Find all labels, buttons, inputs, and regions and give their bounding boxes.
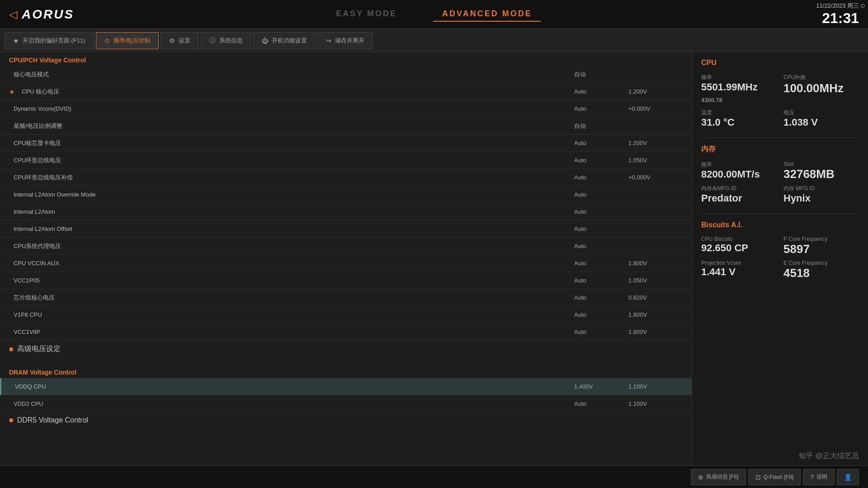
vdd2-cpu-row[interactable]: VDD2 CPU Auto 1.100V xyxy=(0,395,692,413)
table-row[interactable]: Internal L2Atom Override Mode Auto xyxy=(0,186,692,203)
frequency-btn[interactable]: ⊙ 频率/电压控制 xyxy=(96,32,159,49)
setting-name: CPU环形总线电压 xyxy=(9,156,574,164)
sysinfo-btn[interactable]: ⓘ 系统信息 xyxy=(201,32,251,49)
setting-val1: Auto xyxy=(574,260,628,267)
watermark: 知乎 @正大综艺员 xyxy=(799,451,859,461)
cpu-ext-freq-label: CPU外频 xyxy=(783,74,859,81)
projection-vcore-value: 1.441 V xyxy=(701,266,777,278)
ddr5-voltage-item[interactable]: ■ DDR5 Voltage Control xyxy=(0,413,692,428)
settings-panel[interactable]: CPU/PCH Voltage Control 核心电压模式 自动 ★ CPU … xyxy=(0,52,692,465)
setting-name: VCC1P05 xyxy=(9,277,574,284)
logo-area: ◁ AORUS xyxy=(9,7,74,22)
collapse-marker-ddr5: ■ xyxy=(9,416,14,424)
mode-tabs: EASY MODE ADVANCED MODE xyxy=(327,7,541,22)
divider-1 xyxy=(701,137,859,138)
e-core-freq-value: 4518 xyxy=(783,266,859,280)
save-icon: ↪ xyxy=(326,37,331,44)
setting-name: CPU 核心电压 xyxy=(17,88,574,96)
mem-mfg2-value: Hynix xyxy=(783,192,859,204)
table-row[interactable]: V1P8 CPU Auto 1.800V xyxy=(0,306,692,324)
setting-name: VDDQ CPU xyxy=(10,383,574,390)
table-row[interactable]: ★ CPU 核心电压 Auto 1.200V xyxy=(0,83,692,100)
setting-name: VCC1V8P xyxy=(9,328,574,335)
table-row[interactable]: CPU VCCIN AUX Auto 1.800V xyxy=(0,255,692,272)
setting-val1: Auto xyxy=(574,105,628,112)
settings-btn[interactable]: ⚙ 设置 xyxy=(160,32,199,49)
info-panel: CPU 频率 5501.99MHz 4300.78 CPU外频 100.00MH… xyxy=(692,52,868,465)
setting-val1: Auto xyxy=(574,157,628,164)
setting-name: 基频/电压比例调整 xyxy=(9,122,574,130)
vddq-cpu-row[interactable]: VDDQ CPU 1.400V 1.100V xyxy=(0,378,692,395)
mem-info-section: 内存 频率 8200.00MT/s Size 32768MB 内存条MFG ID… xyxy=(701,145,859,205)
star-icon: ★ xyxy=(13,37,19,44)
advanced-voltage-label: 高级电压设定 xyxy=(17,344,61,354)
navbar: ★ 开启我的偏好页面 (F11) ⊙ 频率/电压控制 ⚙ 设置 ⓘ 系统信息 ⏻… xyxy=(0,29,868,52)
advanced-mode-tab[interactable]: ADVANCED MODE xyxy=(433,7,541,22)
setting-val2: 1.200V xyxy=(628,140,683,146)
setting-val1: Auto xyxy=(574,208,628,215)
biscuits-section: Biscuits A.I. CPU Biscuits 92.650 CP P C… xyxy=(701,221,859,280)
setting-val1: 自动 xyxy=(574,122,628,130)
flash-icon: ⊡ xyxy=(755,474,761,481)
setting-val2: +0.000V xyxy=(628,174,683,181)
table-row[interactable]: CPU环形总线电压补偿 Auto +0.000V xyxy=(0,169,692,186)
qflash-btn[interactable]: ⊡ Q-Flash [F8] xyxy=(748,469,801,485)
easy-mode-tab[interactable]: EASY MODE xyxy=(327,7,406,22)
table-row[interactable]: CPU系统代理电压 Auto xyxy=(0,238,692,255)
setting-val1: Auto xyxy=(574,174,628,181)
table-row[interactable]: Internal L2Atom Auto xyxy=(0,203,692,221)
ddr5-label: DDR5 Voltage Control xyxy=(17,416,88,424)
user-btn[interactable]: 👤 xyxy=(837,469,859,485)
boot-btn[interactable]: ⏻ 开机功能设置 xyxy=(253,32,316,49)
advanced-voltage-item[interactable]: ■ 高级电压设定 xyxy=(0,341,692,357)
aorus-logo-icon: ◁ xyxy=(9,8,17,21)
bottom-bar: ⊛ 风扇信息 [F6] ⊡ Q-Flash [F8] ? 说明 👤 xyxy=(0,465,868,488)
mem-mfg2-block: 内存 MFG ID Hynix xyxy=(783,185,859,204)
settings-list: CPU/PCH Voltage Control 核心电压模式 自动 ★ CPU … xyxy=(0,52,692,428)
mem-section-title: 内存 xyxy=(701,145,859,156)
save-exit-btn[interactable]: ↪ 储存并离开 xyxy=(317,32,373,49)
fan-icon: ⊛ xyxy=(698,474,703,481)
collapse-marker: ■ xyxy=(9,345,14,353)
cpu-freq-block: 频率 5501.99MHz 4300.78 xyxy=(701,74,777,105)
fan-info-btn[interactable]: ⊛ 风扇信息 [F6] xyxy=(691,469,746,485)
table-row[interactable]: 基频/电压比例调整 自动 xyxy=(0,117,692,135)
e-core-freq-block: E Core Frequency 4518 xyxy=(783,260,859,280)
cpu-biscuits-label: CPU Biscuits xyxy=(701,236,777,242)
setting-val2: 1.800V xyxy=(628,311,683,318)
mem-size-value: 32768MB xyxy=(783,167,859,181)
table-row[interactable]: Dynamic Vcore(DVID) Auto +0.000V xyxy=(0,100,692,117)
setting-val1: Auto xyxy=(574,88,628,95)
setting-val1: Auto xyxy=(574,294,628,301)
setting-val1: 自动 xyxy=(574,70,628,79)
setting-val1: Auto xyxy=(574,243,628,249)
setting-name: 芯片组核心电压 xyxy=(9,294,574,302)
cpu-pch-section-header: CPU/PCH Voltage Control xyxy=(0,52,692,66)
cpu-freq-label: 频率 xyxy=(701,74,777,81)
cpu-voltage-label: 电压 xyxy=(783,109,859,117)
table-row[interactable]: Internal L2Atom Offset Auto xyxy=(0,221,692,238)
table-row[interactable]: VCC1V8P Auto 1.800V xyxy=(0,324,692,341)
frequency-icon: ⊙ xyxy=(104,37,110,44)
p-core-freq-label: P Core Frequency xyxy=(783,236,859,242)
setting-name: 核心电压模式 xyxy=(9,70,574,79)
setting-name: Internal L2Atom Offset xyxy=(9,225,574,232)
setting-name: CPU系统代理电压 xyxy=(9,242,574,250)
settings-gear-icon[interactable]: ⚙ xyxy=(860,2,866,9)
table-row[interactable]: VCC1P05 Auto 1.050V xyxy=(0,272,692,289)
info-icon: ⓘ xyxy=(209,37,216,45)
table-row[interactable]: CPU核芯显卡电压 Auto 1.200V xyxy=(0,135,692,152)
setting-val2: 1.800V xyxy=(628,328,683,335)
projection-vcore-label: Projection Vcore xyxy=(701,260,777,266)
table-row[interactable]: 核心电压模式 自动 xyxy=(0,66,692,83)
table-row[interactable]: 芯片组核心电压 Auto 0.820V xyxy=(0,289,692,306)
setting-name: Internal L2Atom xyxy=(9,208,574,215)
table-row[interactable]: CPU环形总线电压 Auto 1.050V xyxy=(0,152,692,169)
help-btn[interactable]: ? 说明 xyxy=(803,469,835,485)
setting-name: V1P8 CPU xyxy=(9,311,574,318)
cpu-biscuits-value: 92.650 CP xyxy=(701,242,777,254)
setting-val2: +0.000V xyxy=(628,105,683,112)
e-core-freq-label: E Core Frequency xyxy=(783,260,859,266)
favorite-btn[interactable]: ★ 开启我的偏好页面 (F11) xyxy=(5,32,94,49)
mem-freq-value: 8200.00MT/s xyxy=(701,169,777,180)
